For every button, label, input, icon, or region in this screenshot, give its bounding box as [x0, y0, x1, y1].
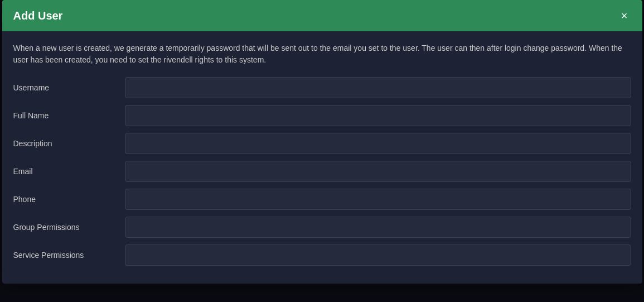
fullname-label: Full Name	[13, 111, 125, 120]
email-row: Email	[13, 161, 631, 182]
description-input[interactable]	[125, 133, 631, 154]
info-text: When a new user is created, we generate …	[13, 42, 631, 66]
group-permissions-label: Group Permissions	[13, 223, 125, 232]
close-button[interactable]: ×	[618, 9, 631, 22]
email-input[interactable]	[125, 161, 631, 182]
username-input[interactable]	[125, 77, 631, 98]
service-permissions-row: Service Permissions	[13, 245, 631, 266]
phone-input[interactable]	[125, 189, 631, 210]
add-user-modal: Add User × When a new user is created, w…	[2, 0, 642, 284]
username-row: Username	[13, 77, 631, 98]
service-permissions-label: Service Permissions	[13, 251, 125, 260]
email-label: Email	[13, 167, 125, 176]
username-label: Username	[13, 83, 125, 92]
modal-body: When a new user is created, we generate …	[2, 31, 642, 284]
modal-title: Add User	[13, 9, 63, 22]
modal-header: Add User ×	[2, 0, 642, 31]
service-permissions-input[interactable]	[125, 245, 631, 266]
group-permissions-input[interactable]	[125, 217, 631, 238]
fullname-row: Full Name	[13, 105, 631, 126]
phone-row: Phone	[13, 189, 631, 210]
description-row: Description	[13, 133, 631, 154]
description-label: Description	[13, 139, 125, 148]
fullname-input[interactable]	[125, 105, 631, 126]
phone-label: Phone	[13, 195, 125, 204]
group-permissions-row: Group Permissions	[13, 217, 631, 238]
